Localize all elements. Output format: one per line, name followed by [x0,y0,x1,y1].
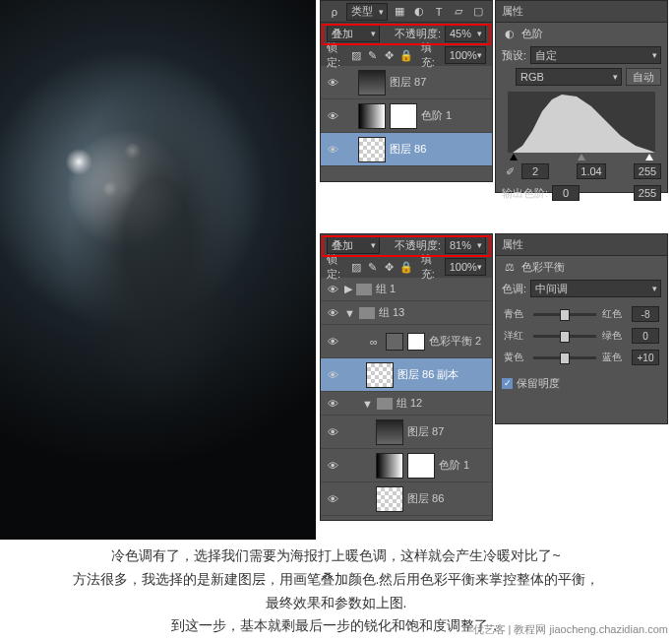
visibility-icon[interactable]: 👁 [325,307,340,319]
eyedropper-black-icon[interactable]: ✐ [502,163,518,179]
blend-mode-select[interactable]: 叠加 [327,25,380,42]
lock-transparent-icon[interactable]: ▨ [350,47,363,63]
tone-label: 色调: [502,282,526,296]
layer-name[interactable]: 组 1 [376,282,396,296]
collapse-icon[interactable]: ▼ [362,398,373,410]
layer-thumb[interactable] [358,137,386,162]
adj-thumb[interactable] [376,453,403,479]
preserve-luminosity-label[interactable]: 保留明度 [517,376,560,391]
slider-value[interactable]: +10 [632,350,659,365]
filter-type-icon[interactable]: T [431,4,447,20]
histogram[interactable] [508,92,655,153]
layer-name[interactable]: 组 13 [379,305,404,320]
slider-row: 青色 红色 -8 [504,303,659,325]
lock-move-icon[interactable]: ✥ [383,259,396,275]
fill-value[interactable]: 100% [445,46,486,64]
visibility-icon[interactable]: 👁 [325,426,340,438]
mask-thumb[interactable] [390,103,417,129]
layer-thumb[interactable] [376,486,403,512]
visibility-icon[interactable]: 👁 [325,284,340,295]
visibility-icon[interactable]: 👁 [325,369,340,381]
group-row[interactable]: 👁 ▶ 组 1 [321,278,492,301]
filter-adjust-icon[interactable]: ◐ [411,4,427,20]
output-lo[interactable]: 0 [552,185,580,201]
filter-shape-icon[interactable]: ▱ [451,4,466,20]
collapse-icon[interactable]: ▼ [344,307,355,319]
checkbox-icon[interactable]: ✓ [502,378,513,389]
layer-name[interactable]: 图层 86 [407,491,444,506]
group-row[interactable]: 👁 ▼ 组 12 [321,392,492,416]
blend-mode-select[interactable]: 叠加 [327,236,380,254]
filter-pixel-icon[interactable]: ▦ [392,4,407,20]
mid-slider[interactable] [578,154,585,160]
mask-thumb[interactable] [407,333,425,351]
layer-name[interactable]: 色阶 1 [421,108,452,123]
layer-row[interactable]: 👁 图层 87 [321,416,492,449]
shadows-input[interactable]: 2 [521,163,549,179]
layer-row[interactable]: 👁 ∞ 色彩平衡 2 [321,325,492,358]
shadow-slider[interactable] [510,154,518,160]
panel-tab[interactable]: 属性 [502,237,523,252]
layer-row[interactable]: 👁 色阶 1 [321,99,492,133]
layer-name[interactable]: 图层 86 [390,142,426,157]
layer-name[interactable]: 图层 86 副本 [397,367,458,382]
slider-track[interactable] [533,356,596,359]
layer-name[interactable]: 色阶 1 [439,458,469,473]
visibility-icon[interactable]: 👁 [325,460,340,472]
visibility-icon[interactable]: 👁 [325,398,340,410]
slider-value[interactable]: -8 [632,306,659,322]
slider-right-label: 蓝色 [602,351,626,364]
opacity-value[interactable]: 81% [445,236,486,254]
panel-tab[interactable]: 属性 [502,4,523,19]
fill-value[interactable]: 100% [445,258,486,276]
lock-all-icon[interactable]: 🔒 [399,47,413,63]
visibility-icon[interactable]: 👁 [325,144,340,156]
layer-row-selected[interactable]: 👁 图层 86 [321,133,492,166]
group-row[interactable]: 👁 ▼ 组 13 [321,301,492,325]
expand-icon[interactable]: ▶ [344,283,352,295]
layer-row-selected[interactable]: 👁 图层 86 副本 [321,358,492,392]
lock-brush-icon[interactable]: ✎ [367,47,380,63]
kind-icon[interactable]: ρ [327,4,342,20]
slider-track[interactable] [533,313,596,316]
visibility-icon[interactable]: 👁 [325,110,340,122]
layer-name[interactable]: 色彩平衡 2 [429,334,481,349]
adj-thumb[interactable] [386,333,403,351]
levels-icon: ◐ [502,26,518,41]
slider-track[interactable] [533,335,596,338]
layer-name[interactable]: 图层 87 [390,75,426,90]
highlights-input[interactable]: 255 [634,163,661,179]
auto-button[interactable]: 自动 [626,68,661,86]
highlight-slider[interactable] [645,154,653,160]
adj-thumb[interactable] [358,103,386,129]
channel-select[interactable]: RGB [516,68,622,86]
output-hi[interactable]: 255 [634,185,661,201]
layer-thumb[interactable] [366,362,394,388]
layer-name[interactable]: 图层 87 [407,424,444,439]
tone-select[interactable]: 中间调 [530,280,661,297]
layer-row[interactable]: 👁 色阶 1 [321,449,492,482]
lock-move-icon[interactable]: ✥ [383,47,396,63]
link-icon[interactable]: ∞ [366,334,382,350]
mid-input[interactable]: 1.04 [577,163,605,179]
layer-row[interactable]: 👁 图层 86 [321,482,492,516]
opacity-label: 不透明度: [395,238,441,253]
visibility-icon[interactable]: 👁 [325,493,340,505]
layer-row[interactable]: 👁 图层 87 [321,66,492,99]
opacity-value[interactable]: 45% [445,25,486,42]
properties-panel-levels: 属性 ◐ 色阶 预设: 自定 RGB 自动 ✐ 2 1.04 255 输出色阶:… [495,0,668,193]
layer-thumb[interactable] [376,419,403,445]
preset-select[interactable]: 自定 [530,46,661,64]
layer-thumb[interactable] [358,70,386,96]
lock-brush-icon[interactable]: ✎ [367,259,380,275]
layer-name[interactable]: 组 12 [397,396,422,411]
slider-value[interactable]: 0 [632,328,659,344]
lock-all-icon[interactable]: 🔒 [399,259,413,275]
visibility-icon[interactable]: 👁 [325,336,340,348]
mask-thumb[interactable] [407,453,435,479]
preset-row: 预设: 自定 [496,44,667,66]
filter-smart-icon[interactable]: ▢ [470,4,486,20]
lock-transparent-icon[interactable]: ▨ [350,259,363,275]
visibility-icon[interactable]: 👁 [325,77,340,89]
kind-select[interactable]: 类型 [346,3,388,21]
